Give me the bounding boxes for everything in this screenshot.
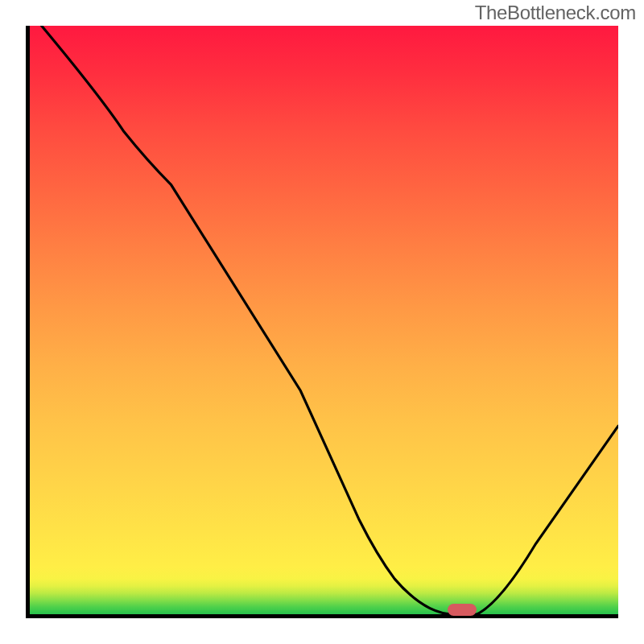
chart-container: TheBottleneck.com — [0, 0, 644, 644]
optimal-marker — [448, 604, 477, 616]
watermark-label: TheBottleneck.com — [475, 2, 636, 24]
plot-area — [26, 26, 618, 618]
line-curve — [30, 26, 618, 614]
